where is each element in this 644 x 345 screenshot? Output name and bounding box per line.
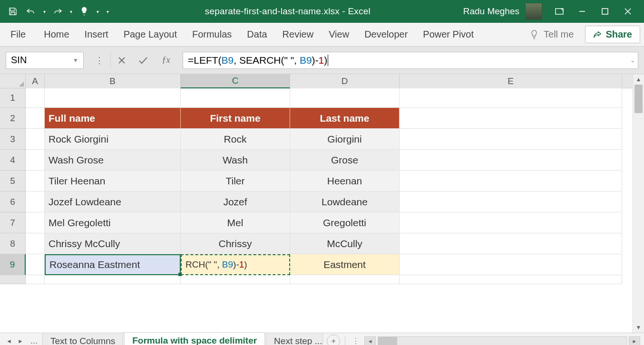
cell-full[interactable]: Chrissy McCully [45,233,181,254]
scroll-thumb[interactable] [634,85,643,113]
cell[interactable] [26,88,45,108]
formula-bar-expand-icon[interactable]: ⌄ [630,57,635,64]
selection-handle[interactable] [178,273,182,276]
cell[interactable] [400,150,622,171]
enter-formula-button[interactable] [132,52,154,69]
hscroll-thumb[interactable] [378,337,397,345]
cell-first[interactable]: Rock [181,129,290,150]
insert-function-button[interactable]: ƒx [154,55,178,65]
cell-last[interactable]: Heenan [290,171,400,192]
hscroll-left-icon[interactable]: ◄ [364,336,376,345]
sheet-tab[interactable]: Text to Columns [42,333,123,345]
cell-last[interactable]: Giorgini [290,129,400,150]
column-header-b[interactable]: B [45,74,181,88]
cell-full-editing[interactable]: Roseanna Eastment [45,254,181,275]
cell[interactable] [400,275,622,284]
row-header-5[interactable]: 5 [0,171,26,192]
hscroll-right-icon[interactable]: ► [629,336,640,345]
cell-full[interactable]: Wash Grose [45,150,181,171]
cell[interactable] [26,108,45,129]
table-header-first[interactable]: First name [181,108,290,129]
qat-customize-icon[interactable]: ▾ [103,4,112,19]
cell[interactable] [26,129,45,150]
scroll-up-icon[interactable]: ▲ [633,74,644,85]
tab-review[interactable]: Review [275,23,322,47]
scroll-down-icon[interactable]: ▼ [633,322,644,333]
formula-options-icon[interactable]: ⋮ [88,52,110,69]
cell-full[interactable]: Rock Giorgini [45,129,181,150]
ideas-dropdown-icon[interactable]: ▾ [94,4,101,19]
cell[interactable] [26,233,45,254]
column-header-a[interactable]: A [26,74,45,88]
cell[interactable] [400,88,622,108]
select-all-corner[interactable] [0,74,26,88]
ideas-icon[interactable] [76,4,92,19]
cell[interactable] [26,192,45,212]
cancel-formula-button[interactable] [110,52,132,69]
cell[interactable] [45,275,181,284]
name-box[interactable]: SIN ▼ [6,52,84,69]
cell[interactable] [181,275,290,284]
row-header-10[interactable] [0,275,26,284]
ribbon-display-options-icon[interactable] [548,2,571,21]
share-button[interactable]: Share [585,26,640,43]
tell-me-search[interactable]: Tell me [522,29,581,40]
cell[interactable] [26,171,45,192]
cell[interactable] [290,275,400,284]
tab-formulas[interactable]: Formulas [185,23,239,47]
cell[interactable] [400,192,622,212]
cell-last[interactable]: Gregoletti [290,212,400,233]
save-icon[interactable] [5,4,21,19]
row-header-8[interactable]: 8 [0,233,26,254]
tab-home[interactable]: Home [36,23,77,47]
cell[interactable] [26,254,45,275]
tab-insert[interactable]: Insert [77,23,116,47]
undo-dropdown-icon[interactable]: ▾ [41,4,48,19]
horizontal-scrollbar[interactable]: ◄ ► [364,336,640,345]
cell[interactable] [181,88,290,108]
cell-full[interactable]: Jozef Lowdeane [45,192,181,212]
table-header-last[interactable]: Last name [290,108,400,129]
row-header-4[interactable]: 4 [0,150,26,171]
tab-power-pivot[interactable]: Power Pivot [415,23,481,47]
cell-last[interactable]: Grose [290,150,400,171]
cell-first[interactable]: Wash [181,150,290,171]
formula-input[interactable]: =LEFT(B9, SEARCH(" ", B9)-1) ⌄ [183,52,638,69]
scroll-track[interactable] [633,85,644,322]
cell-last[interactable]: Eastment [290,254,400,275]
cell-full[interactable]: Tiler Heenan [45,171,181,192]
cell[interactable] [400,108,622,129]
redo-dropdown-icon[interactable]: ▾ [68,4,74,19]
close-button[interactable] [616,2,639,21]
cell[interactable] [26,212,45,233]
cell[interactable] [400,233,622,254]
table-header-full[interactable]: Full name [45,108,181,129]
cell-full[interactable]: Mel Gregoletti [45,212,181,233]
row-header-7[interactable]: 7 [0,212,26,233]
sheet-overflow[interactable]: ... [27,336,41,345]
sheet-tab[interactable]: Next step ... [266,333,323,345]
sheet-nav-prev-icon[interactable]: ◄ [4,336,14,345]
sheet-nav-next-icon[interactable]: ► [15,336,26,345]
cell[interactable] [45,88,181,108]
cell[interactable] [400,129,622,150]
hscroll-track[interactable] [378,336,627,345]
cell-first[interactable]: Tiler [181,171,290,192]
cell-first[interactable]: Jozef [181,192,290,212]
tab-developer[interactable]: Developer [357,23,415,47]
cell[interactable] [290,88,400,108]
tab-drag-handle-icon[interactable]: ⋮ [350,336,361,345]
cell[interactable] [400,171,622,192]
column-header-e[interactable]: E [400,74,622,88]
maximize-button[interactable] [594,2,616,21]
row-header-1[interactable]: 1 [0,88,26,108]
cell-first[interactable]: Chrissy [181,233,290,254]
column-header-d[interactable]: D [290,74,400,88]
tab-view[interactable]: View [321,23,357,47]
cell-formula-editing[interactable]: RCH(" ", B9)-1) [181,254,290,275]
row-header-2[interactable]: 2 [0,108,26,129]
minimize-button[interactable] [571,2,594,21]
tab-data[interactable]: Data [239,23,274,47]
row-header-3[interactable]: 3 [0,129,26,150]
redo-icon[interactable] [49,4,66,19]
